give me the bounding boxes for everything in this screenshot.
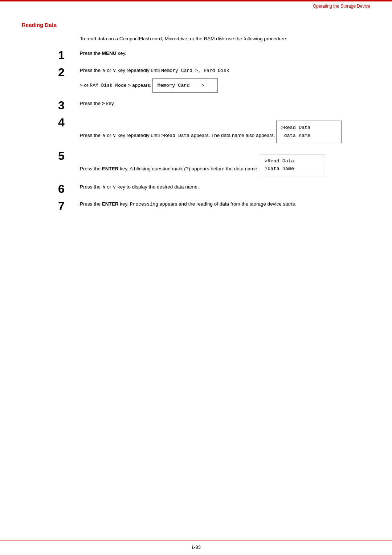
step2-lcd-box: Memory Card > [152, 78, 218, 93]
step-body-1: Press the MENU key. [80, 50, 370, 57]
steps-container: 1 Press the MENU key. 2 Press the ∧ or ∨… [58, 50, 370, 212]
step-number-5: 5 [58, 150, 80, 162]
step-body-2: Press the ∧ or ∨ key repeatedly until Me… [80, 67, 370, 95]
main-content: Reading Data To read data on a CompactFl… [22, 22, 370, 533]
step-1: 1 Press the MENU key. [58, 50, 370, 62]
breadcrumb: Operating the Storage Device [313, 4, 370, 9]
intro-text: To read data on a CompactFlash card, Mic… [80, 35, 370, 42]
step-5: 5 Press the ENTER key. A blinking questi… [58, 150, 370, 178]
step2-code1: Memory Card >, Hard Disk [161, 68, 229, 73]
step-number-7: 7 [58, 200, 80, 212]
step3-bold: > [102, 101, 105, 106]
section-title: Reading Data [22, 22, 370, 28]
step-2: 2 Press the ∧ or ∨ key repeatedly until … [58, 67, 370, 95]
step5-bold: ENTER [102, 166, 119, 171]
footer-page-number: 1-83 [191, 544, 201, 550]
step-body-5: Press the ENTER key. A blinking question… [80, 150, 370, 178]
step-number-1: 1 [58, 49, 80, 62]
step-number-2: 2 [58, 66, 80, 79]
breadcrumb-text: Operating the Storage Device [313, 4, 370, 9]
step7-bold: ENTER [102, 201, 119, 207]
step7-code: Processing [130, 202, 158, 207]
step-3: 3 Press the > key. [58, 100, 370, 112]
step-6: 6 Press the ∧ or ∨ key to display the de… [58, 183, 370, 195]
step-body-3: Press the > key. [80, 100, 370, 108]
step-body-4: Press the ∧ or ∨ key repeatedly until >R… [80, 117, 370, 145]
step-body-6: Press the ∧ or ∨ key to display the desi… [80, 183, 370, 191]
step-number-6: 6 [58, 183, 80, 195]
step2-code3: RAM Disk Mode [90, 83, 126, 88]
step-4: 4 Press the ∧ or ∨ key repeatedly until … [58, 117, 370, 145]
top-rule [0, 0, 392, 1]
step4-lcd-box: >Read Data data name [276, 121, 342, 143]
step-body-7: Press the ENTER key. Processing appears … [80, 200, 370, 208]
step-number-4: 4 [58, 116, 80, 129]
step5-code: ? [186, 166, 189, 171]
step-number-3: 3 [58, 99, 80, 112]
step5-lcd-box: >Read Data ?data name [260, 154, 325, 176]
step4-code: >Read Data [161, 133, 189, 138]
step1-bold: MENU [102, 50, 117, 56]
step-7: 7 Press the ENTER key. Processing appear… [58, 200, 370, 212]
step2-code2: > [80, 83, 83, 88]
bottom-rule [0, 540, 392, 540]
